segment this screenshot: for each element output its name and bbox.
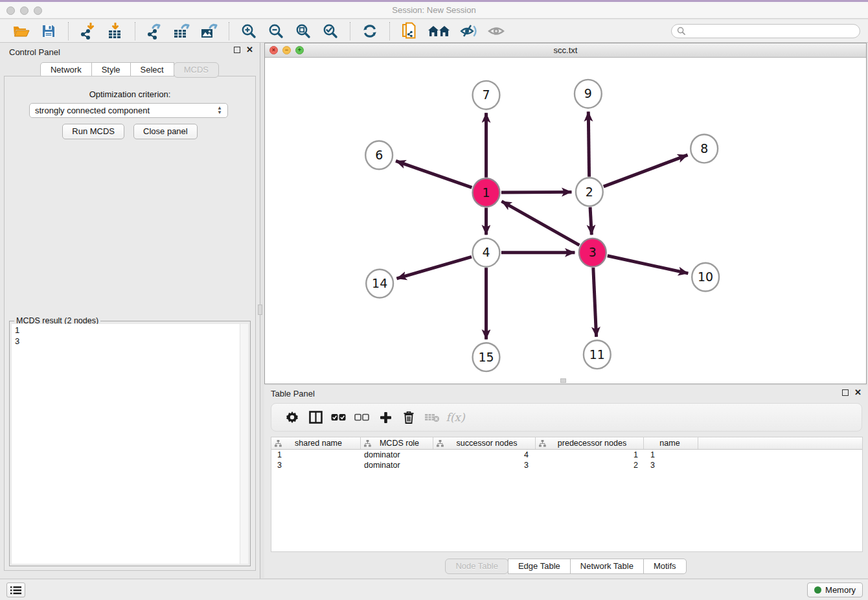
graph-edge-3-10[interactable] xyxy=(608,256,689,273)
gear-icon xyxy=(286,411,299,424)
cell-predecessor-nodes[interactable]: 1 xyxy=(536,450,644,459)
float-table-panel-icon[interactable] xyxy=(842,389,849,396)
criterion-dropdown[interactable]: strongly connected component ▲▼ xyxy=(29,103,228,118)
cell-successor-nodes[interactable]: 3 xyxy=(433,461,536,470)
delete-table-icon xyxy=(424,412,440,422)
table-header-row: shared name MCDS role successor nodes pr… xyxy=(271,437,862,450)
graph-node-label-14: 14 xyxy=(372,276,387,290)
column-header-predecessor-nodes[interactable]: predecessor nodes xyxy=(536,437,644,449)
export-network-button[interactable] xyxy=(144,21,165,41)
search-icon xyxy=(677,27,685,35)
graph-edge-3-11[interactable] xyxy=(593,268,597,337)
mcds-result-box: MCDS result (2 nodes) 1 3 xyxy=(9,321,251,566)
tab-network-table[interactable]: Network Table xyxy=(570,559,644,574)
save-session-button[interactable] xyxy=(38,21,59,41)
graph-node-label-7: 7 xyxy=(482,87,490,102)
show-column-panel-button[interactable] xyxy=(304,406,327,428)
main-titlebar: Session: New Session xyxy=(0,2,868,19)
control-panel-title: Control Panel xyxy=(9,47,60,57)
open-folder-icon xyxy=(13,24,30,38)
unselect-all-columns-button[interactable] xyxy=(350,406,374,428)
close-table-panel-icon[interactable]: ✕ xyxy=(854,389,862,396)
zoom-out-button[interactable] xyxy=(266,21,286,41)
add-column-button[interactable] xyxy=(374,406,397,428)
houses-icon xyxy=(428,24,451,38)
window-title: Session: New Session xyxy=(0,5,868,15)
table-row[interactable]: 1 dominator 4 1 1 xyxy=(271,450,862,460)
column-header-name[interactable]: name xyxy=(644,437,698,449)
cell-predecessor-nodes[interactable]: 2 xyxy=(536,461,644,470)
zoom-in-button[interactable] xyxy=(238,21,259,41)
table-options-button[interactable] xyxy=(280,406,304,428)
select-all-icon xyxy=(331,413,347,422)
column-header-successor-nodes[interactable]: successor nodes xyxy=(433,437,536,449)
graph-edge-1-2[interactable] xyxy=(501,192,572,192)
tab-mcds[interactable]: MCDS xyxy=(174,62,219,78)
zoom-fit-icon xyxy=(295,23,311,39)
graph-edge-2-9[interactable] xyxy=(588,111,589,177)
splitter-grip[interactable] xyxy=(258,305,262,315)
clone-network-button[interactable] xyxy=(399,21,420,41)
graph-node-label-9: 9 xyxy=(584,86,592,100)
graph-edge-2-8[interactable] xyxy=(604,155,688,187)
show-all-networks-button[interactable] xyxy=(426,21,452,41)
export-table-button[interactable] xyxy=(172,21,192,41)
hierarchy-icon xyxy=(364,440,371,447)
graph-edge-3-1[interactable] xyxy=(501,202,579,246)
close-panel-button[interactable]: Close panel xyxy=(133,124,198,139)
cell-name[interactable]: 3 xyxy=(644,461,698,470)
network-window-title: scc.txt xyxy=(265,45,866,55)
table-row[interactable]: 3 dominator 3 2 3 xyxy=(271,460,862,470)
run-mcds-button[interactable]: Run MCDS xyxy=(62,124,124,139)
tab-motifs[interactable]: Motifs xyxy=(643,559,687,574)
eye-slash-icon xyxy=(460,23,478,39)
cell-name[interactable]: 1 xyxy=(644,450,698,459)
hierarchy-icon xyxy=(539,440,546,447)
graph-edge-4-14[interactable] xyxy=(396,257,472,279)
column-header-shared-name[interactable]: shared name xyxy=(271,437,361,449)
hierarchy-icon xyxy=(437,440,444,447)
network-window-titlebar[interactable]: × − + scc.txt xyxy=(265,43,866,58)
cell-mcds-role[interactable]: dominator xyxy=(361,450,433,459)
import-network-icon xyxy=(80,23,97,40)
network-window: × − + scc.txt 7968124314101511 xyxy=(264,43,867,384)
tab-edge-table[interactable]: Edge Table xyxy=(508,559,571,574)
canvas-grip[interactable] xyxy=(560,378,566,383)
task-history-button[interactable] xyxy=(6,583,25,597)
zoom-fit-button[interactable] xyxy=(293,21,314,41)
export-image-button[interactable] xyxy=(199,21,220,41)
search-field[interactable] xyxy=(671,24,860,38)
close-panel-icon[interactable]: ✕ xyxy=(246,47,253,53)
import-table-button[interactable] xyxy=(105,21,126,41)
toolbar-separator xyxy=(229,22,229,40)
zoom-in-icon xyxy=(241,23,257,39)
search-input[interactable] xyxy=(689,27,854,36)
apply-layout-button[interactable] xyxy=(360,21,380,41)
cell-mcds-role[interactable]: dominator xyxy=(361,461,433,470)
memory-button[interactable]: Memory xyxy=(807,583,863,597)
open-session-button[interactable] xyxy=(11,21,32,41)
cell-shared-name[interactable]: 1 xyxy=(271,450,361,459)
zoom-selected-button[interactable] xyxy=(320,21,341,41)
cell-successor-nodes[interactable]: 4 xyxy=(433,450,536,459)
zoom-out-icon xyxy=(268,23,284,39)
column-header-mcds-role[interactable]: MCDS role xyxy=(361,437,433,449)
import-network-button[interactable] xyxy=(78,21,98,41)
tab-node-table[interactable]: Node Table xyxy=(445,559,508,574)
result-scrollbar[interactable] xyxy=(240,324,248,564)
cell-shared-name[interactable]: 3 xyxy=(271,461,361,470)
delete-table-button[interactable] xyxy=(420,406,444,428)
network-canvas[interactable]: 7968124314101511 xyxy=(266,58,865,383)
graph-edge-1-6[interactable] xyxy=(396,161,472,187)
graph-edge-2-3[interactable] xyxy=(590,207,591,235)
delete-columns-button[interactable] xyxy=(397,406,420,428)
hide-panels-button[interactable] xyxy=(459,21,479,41)
function-builder-button[interactable]: f(x) xyxy=(444,406,467,428)
refresh-icon xyxy=(361,23,378,39)
mcds-result-text[interactable]: 1 3 xyxy=(12,324,248,564)
float-panel-icon[interactable] xyxy=(234,47,240,53)
show-panels-button[interactable] xyxy=(486,21,507,41)
node-table[interactable]: shared name MCDS role successor nodes pr… xyxy=(271,437,863,552)
select-all-columns-button[interactable] xyxy=(327,406,350,428)
export-table-icon xyxy=(173,23,191,40)
